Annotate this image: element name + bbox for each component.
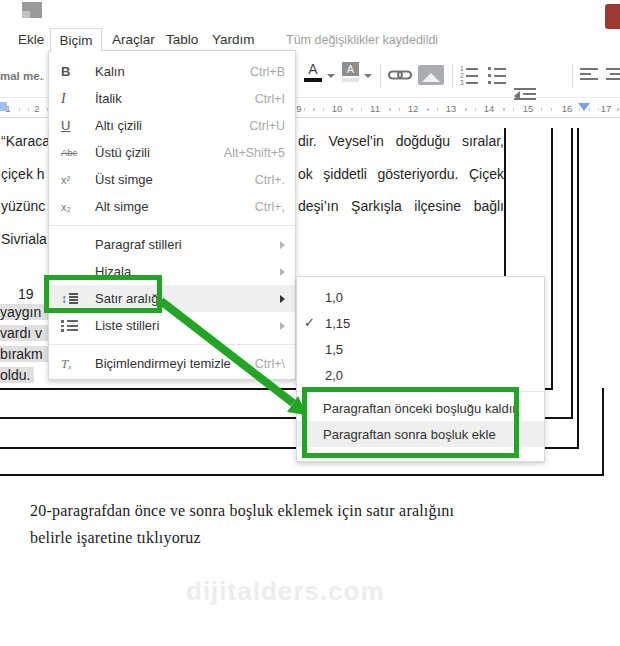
page-border-line xyxy=(551,128,553,390)
menu-item-shortcut: Ctrl+I xyxy=(255,92,285,106)
menu-item-shortcut: Ctrl+U xyxy=(249,119,285,133)
page-border-line xyxy=(0,474,604,476)
submenu-arrow-icon xyxy=(280,268,285,276)
submenu-item-1-5[interactable]: 1,5 xyxy=(297,336,544,362)
caption-line-2: belirle işaretine tıklıyoruz xyxy=(30,529,510,547)
document-icon xyxy=(22,2,42,18)
ruler-margin-marker[interactable] xyxy=(578,103,590,111)
page-border-line xyxy=(571,128,573,419)
strikethrough-icon: Abc xyxy=(61,147,95,158)
menu-item-alti-cizili[interactable]: U Altı çizili Ctrl+U xyxy=(49,112,295,139)
superscript-icon: x² xyxy=(61,174,95,186)
ruler-number: 13 xyxy=(444,103,459,114)
menu-item-label: Altı çizili xyxy=(95,118,249,133)
submenu-arrow-icon xyxy=(280,322,285,330)
submenu-item-2-0[interactable]: 2,0 xyxy=(297,362,544,388)
menu-tablo[interactable]: Tablo xyxy=(166,32,198,47)
align-left-button[interactable] xyxy=(580,65,598,93)
menu-item-label: Paragraf stilleri xyxy=(95,237,274,252)
submenu-item-1-0[interactable]: 1,0 xyxy=(297,284,544,310)
ruler-number: 14 xyxy=(482,103,497,114)
checkmark-icon: ✓ xyxy=(304,315,315,330)
clear-formatting-icon: Tₓ xyxy=(61,356,95,372)
doc-text-line: “Karaca xyxy=(1,133,49,149)
watermark: dijitalders.com xyxy=(186,576,385,607)
submenu-item-1-15[interactable]: ✓ 1,15 xyxy=(297,310,544,336)
underline-icon: U xyxy=(61,118,95,133)
doc-text-line: deşi’ın Şarkışla ilçesine bağlı xyxy=(298,198,504,215)
image-icon xyxy=(422,73,440,82)
numbered-list-button[interactable]: 1 2 3 xyxy=(460,62,478,90)
menu-bicim[interactable]: Biçim xyxy=(50,28,102,52)
page-border-line xyxy=(577,128,579,449)
doc-selected-text: bırakm xyxy=(0,346,48,362)
menu-ekle[interactable]: Ekle xyxy=(18,32,44,47)
menu-item-shortcut: Alt+Shift+5 xyxy=(224,146,285,160)
doc-text-line: dir. Veysel’in doğduğu sıralar, xyxy=(298,133,504,150)
submenu-item-label: 2,0 xyxy=(325,368,343,383)
doc-text-line: 19 xyxy=(18,286,34,302)
toolbar-separator xyxy=(380,64,381,88)
submenu-arrow-icon xyxy=(280,295,285,303)
menu-item-liste-stilleri[interactable]: Liste stilleri xyxy=(49,312,295,339)
table-border-line xyxy=(504,128,506,276)
insert-image-button[interactable] xyxy=(418,65,444,85)
ruler-indent-marker[interactable] xyxy=(0,102,7,111)
menu-item-bicimlendirmeyi-temizle[interactable]: Tₓ Biçimlendirmeyi temizle Ctrl+\ xyxy=(49,350,295,377)
list-styles-icon xyxy=(61,318,95,334)
ruler-number: 10 xyxy=(330,103,345,114)
menu-item-label: İtalik xyxy=(95,91,255,106)
ruler-number: 16 xyxy=(560,103,575,114)
doc-text-line: ok şiddetli gösteriyordu. Çiçek xyxy=(298,166,504,183)
menu-item-label: Üst simge xyxy=(95,172,255,187)
ruler-number: 17 xyxy=(599,103,614,114)
menu-item-italik[interactable]: I İtalik Ctrl+I xyxy=(49,85,295,112)
menubar: Ekle Biçim Araçlar Tablo Yardım Tüm deği… xyxy=(0,28,620,52)
text-color-icon: A xyxy=(308,61,317,77)
menu-separator xyxy=(49,225,295,226)
align-center-button[interactable] xyxy=(606,65,620,93)
text-color-button[interactable]: A xyxy=(304,62,322,90)
annotation-box-paragraph-spacing xyxy=(302,387,519,458)
doc-text-line: Sivriala xyxy=(1,231,49,247)
save-status: Tüm değişiklikler kaydedildi xyxy=(286,33,438,47)
menu-item-shortcut: Ctrl+\ xyxy=(255,357,285,371)
highlight-caret-icon[interactable] xyxy=(364,74,372,78)
bulleted-list-button[interactable] xyxy=(488,62,506,90)
doc-selected-text: vardı v xyxy=(0,325,48,341)
annotation-box-line-spacing xyxy=(44,275,162,313)
toolbar-separator xyxy=(452,64,453,88)
ruler-number: 2 xyxy=(32,103,41,114)
toolbar-separator xyxy=(572,64,573,88)
link-icon xyxy=(388,68,412,82)
submenu-item-label: 1,0 xyxy=(325,290,343,305)
menu-item-shortcut: Ctrl+B xyxy=(250,65,285,79)
menu-item-kalin[interactable]: B Kalın Ctrl+B xyxy=(49,58,295,85)
menu-item-label: Biçimlendirmeyi temizle xyxy=(95,356,255,371)
doc-selected-text: yaygın xyxy=(0,304,48,320)
menu-item-ust-simge[interactable]: x² Üst simge Ctrl+. xyxy=(49,166,295,193)
menu-item-label: Alt simge xyxy=(95,199,255,214)
highlight-color-button[interactable]: A xyxy=(342,62,359,90)
menu-item-shortcut: Ctrl+. xyxy=(255,173,285,187)
insert-link-button[interactable] xyxy=(388,68,412,96)
share-button-partial[interactable] xyxy=(605,4,620,29)
menu-item-paragraf-stilleri[interactable]: Paragraf stilleri xyxy=(49,231,295,258)
caption-line-1: 20-paragrafdan önce ve sonra boşluk ekle… xyxy=(30,502,510,520)
menu-item-alt-simge[interactable]: x₂ Alt simge Ctrl+, xyxy=(49,193,295,220)
menu-item-ustu-cizili[interactable]: Abc Üstü çizili Alt+Shift+5 xyxy=(49,139,295,166)
menu-item-label: Üstü çizili xyxy=(95,145,224,160)
doc-text-line: çiçek h xyxy=(1,166,49,182)
submenu-item-label: 1,15 xyxy=(325,316,350,331)
italic-icon: I xyxy=(61,91,95,107)
doc-text-line: yüzünc xyxy=(1,198,49,214)
text-color-caret-icon[interactable] xyxy=(327,74,335,78)
paragraph-style-dropdown[interactable]: mal me... xyxy=(0,70,44,82)
format-menu: B Kalın Ctrl+B I İtalik Ctrl+I U Altı çi… xyxy=(48,50,296,380)
subscript-icon: x₂ xyxy=(61,201,95,213)
menu-yardim[interactable]: Yardım xyxy=(212,32,255,47)
submenu-arrow-icon xyxy=(280,241,285,249)
ruler-number: 12 xyxy=(406,103,421,114)
menu-araclar[interactable]: Araçlar xyxy=(112,32,155,47)
highlight-color-icon: A xyxy=(342,62,359,76)
